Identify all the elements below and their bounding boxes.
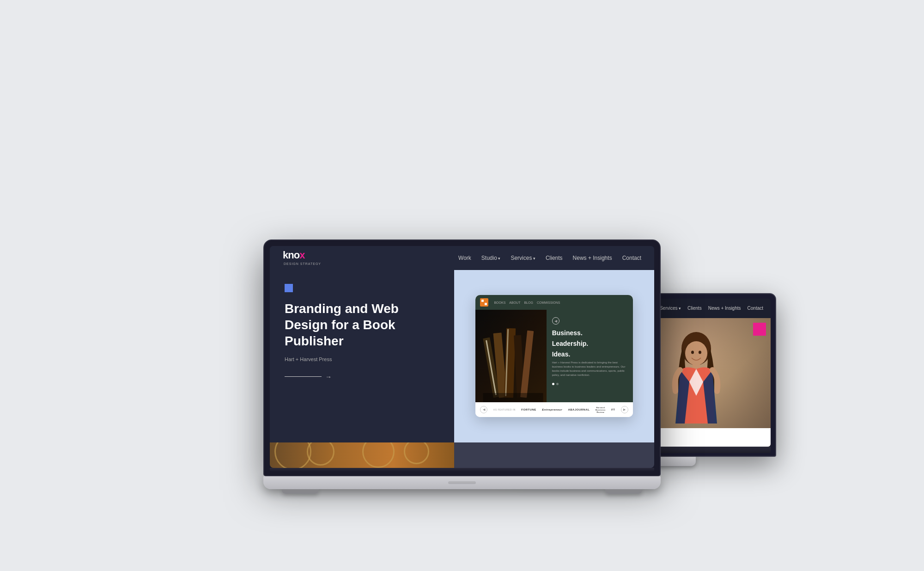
nav-contact[interactable]: Contact bbox=[622, 255, 641, 261]
inner-logo-aba: ABAJOURNAL bbox=[568, 408, 590, 411]
coin-decoration-1 bbox=[274, 442, 311, 468]
front-foot-right bbox=[605, 489, 642, 494]
inner-body-text: Hart + Harvest Press is dedicated to bri… bbox=[552, 361, 627, 377]
inner-logo-icon bbox=[481, 300, 487, 305]
as-featured-label: AS FEATURED IN bbox=[493, 408, 516, 411]
hero-headline: Branding and Web Design for a Book Publi… bbox=[285, 301, 439, 349]
coin-decoration-3 bbox=[362, 442, 395, 468]
carousel-dot-1[interactable] bbox=[552, 383, 554, 385]
books-visual-bg bbox=[475, 310, 546, 402]
bottom-strip-art bbox=[270, 442, 454, 468]
inner-headline-2: Leadership. bbox=[552, 340, 627, 348]
inner-nav-books[interactable]: BOOKS bbox=[494, 301, 505, 304]
arrow-line-icon bbox=[285, 376, 322, 377]
pink-accent-box bbox=[753, 323, 766, 336]
svg-rect-10 bbox=[485, 303, 487, 305]
logo-text: kno bbox=[283, 249, 299, 261]
inner-books-image bbox=[475, 310, 546, 402]
front-nav-bar: kno x DESIGN STRATEGY Work Studio Servic… bbox=[270, 246, 654, 270]
inner-headline-3: Ideas. bbox=[552, 350, 627, 358]
front-feet bbox=[263, 489, 661, 494]
inner-nav-about[interactable]: ABOUT bbox=[509, 301, 520, 304]
bottom-strip-dark bbox=[454, 442, 654, 468]
woman-figure-icon bbox=[666, 331, 726, 433]
bottom-strip bbox=[270, 442, 654, 468]
arrow-right-icon: → bbox=[325, 373, 332, 381]
logos-next-btn[interactable]: ▶ bbox=[621, 406, 628, 413]
hero-arrow-link[interactable]: → bbox=[285, 373, 439, 381]
blue-accent-square bbox=[285, 284, 293, 292]
back-nav-items: Services Clients News + Insights Contact bbox=[660, 306, 763, 311]
inner-logo-entrepreneur: Entrepreneur bbox=[542, 408, 562, 411]
inner-headline-1: Business. bbox=[552, 329, 627, 337]
svg-point-5 bbox=[685, 341, 707, 365]
inner-logo bbox=[480, 298, 488, 307]
front-base-wrap bbox=[263, 476, 661, 494]
logo-subtitle: DESIGN STRATEGY bbox=[284, 262, 321, 265]
inner-logos-bar: ◀ AS FEATURED IN FORTUNE Entrepreneur AB… bbox=[475, 402, 633, 417]
inner-browser-nav: BOOKS ABOUT BLOG COMMISSIONS bbox=[475, 295, 633, 310]
front-content-wrapper: Branding and Web Design for a Book Publi… bbox=[270, 270, 654, 468]
front-hinge bbox=[270, 468, 654, 472]
carousel-dot-2[interactable] bbox=[556, 383, 559, 385]
scene: ◀ Services Clients News + Insights Conta… bbox=[139, 78, 785, 494]
inner-nav-items: BOOKS ABOUT BLOG COMMISSIONS bbox=[494, 301, 560, 304]
nav-news[interactable]: News + Insights bbox=[573, 255, 612, 261]
coin-decoration-2 bbox=[307, 442, 334, 466]
logos-prev-btn[interactable]: ◀ bbox=[480, 406, 487, 413]
svg-rect-18 bbox=[483, 393, 543, 402]
back-nav-news[interactable]: News + Insights bbox=[708, 306, 741, 311]
back-nav-contact[interactable]: Contact bbox=[748, 306, 763, 311]
nav-clients[interactable]: Clients bbox=[546, 255, 563, 261]
front-laptop: kno x DESIGN STRATEGY Work Studio Servic… bbox=[263, 239, 661, 494]
inner-nav-blog[interactable]: BLOG bbox=[524, 301, 533, 304]
main-content-area: Branding and Web Design for a Book Publi… bbox=[270, 270, 654, 442]
inner-browser: BOOKS ABOUT BLOG COMMISSIONS bbox=[475, 295, 633, 417]
front-logo: kno x DESIGN STRATEGY bbox=[283, 249, 321, 267]
back-nav-clients[interactable]: Clients bbox=[687, 306, 702, 311]
inner-prev-btn[interactable]: ◀ bbox=[552, 317, 559, 325]
inner-text-content: ◀ Business. Leadership. Ideas. Hart + Ha… bbox=[547, 310, 633, 402]
inner-nav-commissions[interactable]: COMMISSIONS bbox=[537, 301, 560, 304]
nav-services[interactable]: Services bbox=[511, 255, 535, 261]
hero-subtext: Hart + Harvest Press bbox=[285, 356, 439, 362]
inner-logo-ft: FT bbox=[611, 408, 615, 411]
nav-work[interactable]: Work bbox=[458, 255, 471, 261]
back-nav-services[interactable]: Services bbox=[660, 306, 681, 311]
inner-logo-harvard-3: Review bbox=[596, 411, 604, 413]
svg-point-7 bbox=[699, 350, 701, 354]
front-hero-right: BOOKS ABOUT BLOG COMMISSIONS bbox=[454, 270, 654, 442]
nav-studio[interactable]: Studio bbox=[481, 255, 501, 261]
front-base-bottom bbox=[263, 476, 661, 489]
front-nav-items: Work Studio Services Clients News + Insi… bbox=[458, 255, 641, 261]
front-screen-outer: kno x DESIGN STRATEGY Work Studio Servic… bbox=[263, 239, 661, 476]
svg-rect-9 bbox=[481, 300, 484, 302]
inner-logo-fortune: FORTUNE bbox=[521, 408, 536, 411]
front-hero-left: Branding and Web Design for a Book Publi… bbox=[270, 270, 454, 442]
inner-browser-content: ◀ Business. Leadership. Ideas. Hart + Ha… bbox=[475, 310, 633, 402]
logo-x-icon: x bbox=[299, 249, 304, 261]
logo-wordmark: kno x DESIGN STRATEGY bbox=[283, 249, 321, 267]
books-stack-icon bbox=[475, 310, 546, 402]
front-foot-left bbox=[282, 489, 319, 494]
svg-point-6 bbox=[691, 350, 694, 354]
front-screen-inner: kno x DESIGN STRATEGY Work Studio Servic… bbox=[270, 246, 654, 468]
inner-carousel-dots bbox=[552, 383, 627, 385]
coin-decoration-4 bbox=[404, 442, 429, 464]
